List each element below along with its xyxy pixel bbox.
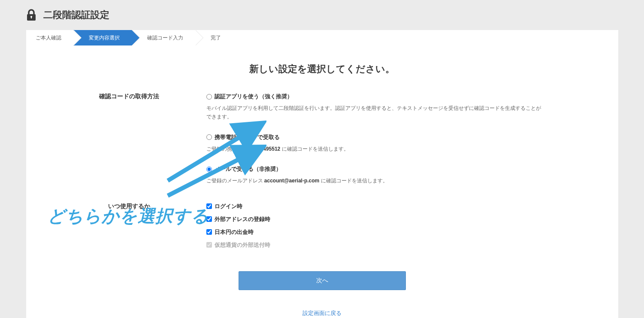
check-login[interactable]: [206, 203, 212, 209]
radio-desc-sms: ご登録の携帯電話 07033495512 に確認コードを送信します。: [206, 145, 541, 153]
radio-option-sms: 携帯電話の SMS で受取る ご登録の携帯電話 07033495512 に確認コ…: [206, 133, 541, 153]
page-title: 二段階認証設定: [43, 9, 109, 21]
check-label-jpy[interactable]: 日本円の出金時: [215, 228, 254, 236]
check-jpy[interactable]: [206, 229, 212, 235]
check-crypto: [206, 242, 212, 248]
check-option-crypto: 仮想通貨の外部送付時: [206, 241, 541, 249]
back-link[interactable]: 設定画面に戻る: [52, 309, 593, 317]
radio-desc-email: ご登録のメールアドレス account@aerial-p.com に確認コードを…: [206, 176, 541, 185]
page-header: 二段階認証設定: [26, 9, 618, 21]
check-label-address[interactable]: 外部アドレスの登録時: [215, 215, 270, 223]
svg-rect-2: [31, 17, 32, 18]
check-address[interactable]: [206, 216, 212, 222]
check-label-login[interactable]: ログイン時: [215, 203, 242, 210]
section-method-label: 確認コードの取得方法: [52, 93, 206, 185]
radio-option-app: 認証アプリを使う（強く推奨） モバイル認証アプリを利用して二段階認証を行います。…: [206, 93, 541, 121]
next-button[interactable]: 次へ: [239, 271, 406, 290]
radio-app[interactable]: [206, 94, 212, 100]
radio-text-email: メールで受取る（非推奨）: [215, 165, 281, 173]
lock-icon: [26, 9, 36, 21]
radio-option-email: メールで受取る（非推奨） ご登録のメールアドレス account@aerial-…: [206, 165, 541, 185]
section-when-label: いつ使用するか: [52, 203, 206, 254]
check-option-jpy: 日本円の出金時: [206, 228, 541, 236]
radio-label-app[interactable]: 認証アプリを使う（強く推奨）: [206, 93, 541, 100]
wizard-step-identity: ご本人確認: [26, 30, 73, 45]
radio-label-sms[interactable]: 携帯電話の SMS で受取る: [206, 133, 541, 141]
main-panel: 新しい設定を選択してください。 確認コードの取得方法 認証アプリを使う（強く推奨…: [26, 45, 618, 318]
radio-label-email[interactable]: メールで受取る（非推奨）: [206, 165, 541, 173]
wizard-step-code: 確認コード入力: [132, 30, 195, 45]
check-option-address: 外部アドレスの登録時: [206, 215, 541, 223]
wizard-step-change: 変更内容選択: [73, 30, 132, 45]
radio-email[interactable]: [206, 167, 212, 172]
radio-text-sms: 携帯電話の SMS で受取る: [215, 133, 280, 141]
wizard-steps: ご本人確認 変更内容選択 確認コード入力 完了: [26, 30, 618, 45]
radio-desc-app: モバイル認証アプリを利用して二段階認証を行います。認証アプリを使用すると、テキス…: [206, 104, 541, 121]
check-option-login: ログイン時: [206, 203, 541, 210]
main-heading: 新しい設定を選択してください。: [52, 63, 593, 76]
check-label-crypto: 仮想通貨の外部送付時: [215, 241, 270, 249]
radio-text-app: 認証アプリを使う（強く推奨）: [215, 93, 293, 100]
radio-sms[interactable]: [206, 134, 212, 140]
